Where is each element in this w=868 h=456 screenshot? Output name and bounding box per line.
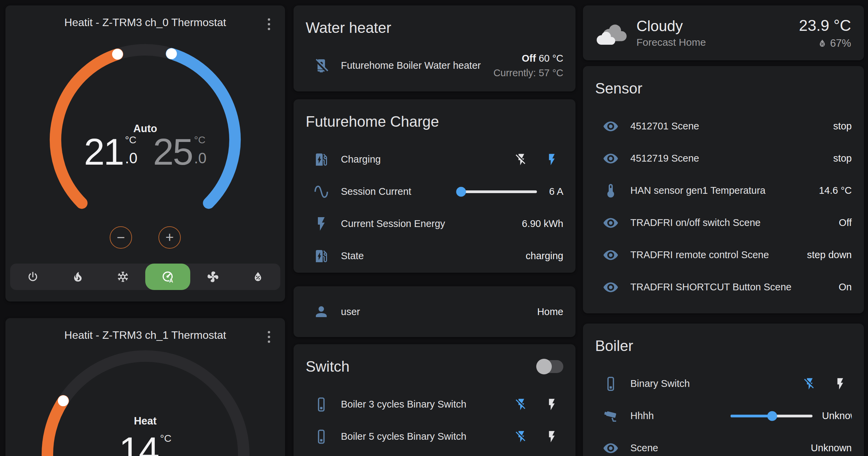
weather-temperature: 23.9 °C [799, 16, 851, 35]
dial-high-handle[interactable] [166, 48, 177, 59]
session-energy-value: 6.90 kWh [522, 218, 564, 229]
sensor-row[interactable]: 4512719 Scene stop [583, 142, 864, 174]
sensor-row[interactable]: TRADFRI SHORTCUT Button Scene On [583, 271, 864, 303]
mode-dry-button[interactable] [235, 264, 280, 290]
high-setpoint-value: 25 [153, 131, 192, 172]
setpoint-temperatures: 14 °C [5, 430, 285, 456]
boiler3-switch-row[interactable]: Boiler 3 cycles Binary Switch [294, 388, 576, 420]
low-setpoint-decimal: .0 [125, 150, 137, 167]
row-label: 4512719 Scene [630, 153, 699, 164]
futurehome-charge-card: Futurehome Charge Charging [294, 99, 576, 273]
snowflake-icon [116, 270, 129, 283]
sensor-row[interactable]: TRADFRI remote control Scene step down [583, 239, 864, 271]
row-label: Charging [341, 154, 381, 165]
account-icon [313, 304, 329, 320]
middle-column: Water heater Futurehome Boiler Water hea… [294, 5, 576, 456]
water-heater-row[interactable]: Futurehome Boiler Water heater Off 60 °C… [294, 49, 576, 82]
binary-switch-icon [313, 396, 329, 413]
setpoint-value: 14 [119, 430, 158, 456]
row-value: On [839, 282, 852, 293]
mode-cool-button[interactable] [100, 264, 145, 290]
humidity-icon [817, 38, 827, 48]
charging-row[interactable]: Charging [294, 143, 576, 175]
flash-off-icon [515, 430, 528, 443]
row-label: user [341, 306, 360, 317]
decrease-temp-button[interactable]: − [110, 226, 132, 249]
row-label: State [341, 250, 364, 262]
weather-card[interactable]: Cloudy Forecast Home 23.9 °C 67% [583, 5, 864, 60]
scene-value: Unknown [811, 442, 852, 454]
switch-group-toggle[interactable] [538, 360, 563, 373]
state-current-temp: Currently: 57 °C [493, 67, 563, 79]
setpoint: 14 °C [119, 430, 171, 456]
sensor-row[interactable]: HAN sensor gen1 Temperatura 14.6 °C [583, 174, 864, 207]
row-value: stop [833, 153, 852, 164]
eye-icon [603, 150, 619, 167]
right-column: Cloudy Forecast Home 23.9 °C 67% Sensor … [583, 5, 864, 456]
cctv-icon [603, 408, 619, 424]
flash-icon [545, 398, 559, 411]
boiler5-switch-row[interactable]: Boiler 5 cycles Binary Switch [294, 420, 576, 453]
card-title: Sensor [583, 66, 864, 97]
row-label: HAN sensor gen1 Temperatura [630, 185, 765, 196]
row-value: Off [839, 217, 852, 228]
row-label: Binary Switch [630, 378, 690, 389]
row-label: Futurehome Boiler Water heater [341, 60, 481, 71]
user-row[interactable]: user Home [294, 286, 576, 337]
water-heater-card: Water heater Futurehome Boiler Water hea… [294, 5, 576, 91]
scene-row[interactable]: Scene Unknown [583, 432, 864, 456]
row-value: 14.6 °C [819, 185, 852, 196]
charging-state-icons [515, 153, 559, 166]
user-card: user Home [294, 286, 576, 337]
switch-state-icons [515, 430, 559, 443]
charger-state-value: charging [526, 250, 563, 262]
card-title: Switch [306, 358, 350, 375]
charger-state-row[interactable]: State charging [294, 240, 576, 272]
binary-switch-icon [313, 429, 329, 445]
increase-temp-button[interactable]: + [158, 226, 181, 249]
mode-heat-button[interactable] [55, 264, 100, 290]
card-title: Boiler [583, 324, 864, 355]
row-label: TRADFRI remote control Scene [630, 249, 769, 261]
hhhh-slider[interactable] [731, 415, 812, 417]
mode-auto-button[interactable]: A [145, 264, 190, 290]
sine-wave-icon [313, 184, 329, 200]
session-energy-row[interactable]: Current Session Energy 6.90 kWh [294, 208, 576, 240]
slider-thumb[interactable] [456, 187, 466, 196]
slider-thumb[interactable] [767, 411, 777, 421]
switch-state-icons [515, 398, 559, 411]
session-current-slider[interactable] [457, 190, 537, 193]
binary-switch-icon [603, 376, 619, 392]
hhhh-row[interactable]: Hhhh Unknown [583, 400, 864, 432]
row-value: step down [807, 249, 852, 261]
session-current-row[interactable]: Session Current 6 A [294, 175, 576, 208]
fan-icon [207, 270, 219, 283]
sensor-row[interactable]: TRADFRI on/off switch Scene Off [583, 207, 864, 239]
dial-low-handle[interactable] [112, 49, 123, 60]
flash-icon [313, 216, 329, 232]
setpoint-stepper: − + [5, 226, 285, 249]
weather-summary: Cloudy Forecast Home [636, 18, 706, 48]
weather-humidity: 67% [830, 37, 851, 49]
mode-off-button[interactable] [10, 264, 55, 290]
hhhh-value: Unknown [822, 410, 852, 421]
sensor-row[interactable]: 4512701 Scene stop [583, 110, 864, 142]
ev-station-icon [313, 248, 329, 264]
eye-icon [603, 279, 619, 295]
session-current-value: 6 A [549, 186, 563, 197]
mode-fan-button[interactable] [190, 264, 235, 290]
binary-switch-row[interactable]: Binary Switch [583, 368, 864, 400]
high-setpoint-unit: °C [194, 134, 207, 146]
flash-off-icon [515, 153, 528, 166]
card-title: Water heater [294, 5, 576, 37]
dial-handle[interactable] [58, 395, 69, 406]
low-setpoint-value: 21 [84, 131, 123, 172]
row-value: stop [833, 121, 852, 132]
water-percent-icon [252, 270, 264, 283]
water-boiler-off-icon [313, 58, 329, 74]
thermostat-auto-icon: A [161, 270, 174, 283]
high-setpoint: 25 °C .0 [153, 131, 207, 172]
sensor-card: Sensor 4512701 Scene stop 4512719 Scene … [583, 66, 864, 313]
hvac-mode-label: Heat [5, 415, 285, 427]
weather-condition: Cloudy [636, 18, 706, 35]
